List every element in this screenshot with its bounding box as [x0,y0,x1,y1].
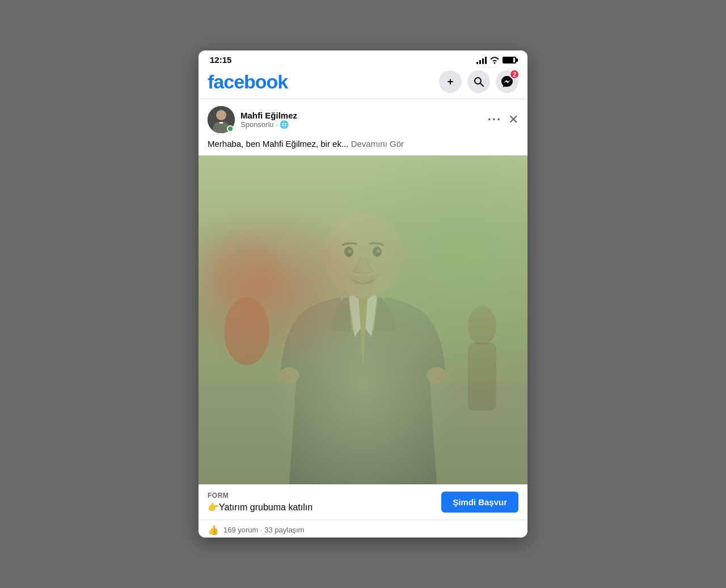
messenger-badge: 2 [509,69,520,79]
search-icon [473,76,484,87]
engagement-counts: 169 yorum · 33 paylaşım [223,526,304,534]
svg-line-1 [480,83,484,87]
post-author: Mahfi Eğilmez Sponsorlu · 🌐 [208,106,297,133]
cta-left: FORM 👉Yatırım grubuma katılın [208,492,313,513]
cta-description: 👉Yatırım grubuma katılın [208,502,313,513]
post-cta: FORM 👉Yatırım grubuma katılın Şimdi Başv… [199,484,527,519]
post-image-content [199,155,527,484]
add-button[interactable]: + [439,70,462,93]
phone-frame: 12:15 facebook + [199,50,527,538]
see-more-link[interactable]: Devamını Gör [351,139,404,149]
post-text: Merhaba, ben Mahfi Eğilmez, bir ek... De… [199,138,527,155]
signal-bars-icon [476,56,487,64]
online-indicator [227,125,234,132]
status-bar: 12:15 [199,50,527,67]
status-icons [476,56,516,64]
battery-icon [503,57,516,64]
fb-header: facebook + 2 [199,67,527,99]
search-button[interactable] [467,70,490,93]
close-button[interactable]: ✕ [508,112,518,127]
plus-icon: + [448,76,454,88]
wifi-icon [489,56,500,64]
post-bottom: 👍 169 yorum · 33 paylaşım [199,519,527,538]
bg-blur [199,155,527,484]
post: Mahfi Eğilmez Sponsorlu · 🌐 ··· ✕ Merhab… [199,99,527,538]
svg-point-3 [216,110,226,120]
avatar-wrapper [208,106,235,133]
status-time: 12:15 [210,55,231,65]
post-actions: ··· ✕ [488,112,518,127]
author-meta: Sponsorlu · 🌐 [240,120,297,129]
reaction-icon: 👍 [208,524,219,535]
apply-now-button[interactable]: Şimdi Başvur [441,492,518,513]
facebook-logo: facebook [208,71,288,93]
messenger-button[interactable]: 2 [496,70,518,93]
post-body-text: Merhaba, ben Mahfi Eğilmez, bir ek... [208,139,348,149]
more-options-button[interactable]: ··· [488,112,501,127]
author-info: Mahfi Eğilmez Sponsorlu · 🌐 [240,111,297,129]
author-name: Mahfi Eğilmez [240,111,297,120]
header-icons: + 2 [439,70,518,93]
cta-category-label: FORM [208,492,313,500]
post-header: Mahfi Eğilmez Sponsorlu · 🌐 ··· ✕ [199,99,527,138]
post-image [199,155,527,484]
